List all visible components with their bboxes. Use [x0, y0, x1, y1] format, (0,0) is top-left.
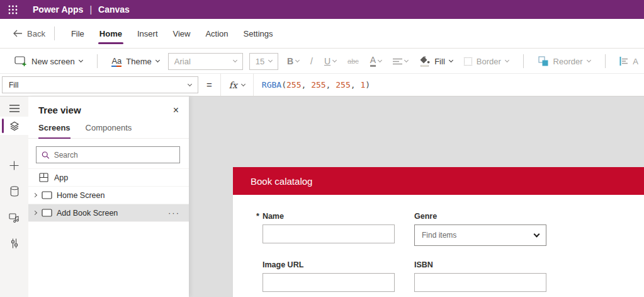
waffle-menu-icon[interactable] [8, 5, 18, 15]
rail-data-button[interactable] [0, 182, 28, 201]
tree-item-label: Home Screen [57, 191, 105, 200]
dropdown-placeholder: Find items [422, 231, 456, 240]
toolbar-divider [605, 54, 606, 68]
genre-dropdown[interactable]: Find items [414, 224, 546, 246]
formula-number: 255 [336, 80, 350, 90]
power-apps-studio: Power Apps | Canvas Back File Home Inser… [0, 0, 644, 297]
field-label-text: Name [263, 212, 284, 221]
align-left-icon [619, 57, 628, 66]
rail-advanced-tools-button[interactable] [0, 234, 28, 252]
tree-view-tabs: Screens Components [28, 118, 189, 139]
tab-components[interactable]: Components [86, 123, 132, 138]
strikethrough-button[interactable]: abc [342, 57, 364, 65]
menu-item-settings[interactable]: Settings [236, 19, 281, 48]
menu-bar: Back File Home Insert View Action Settin… [0, 19, 644, 49]
border-button[interactable]: Border [458, 52, 514, 71]
menu-item-insert[interactable]: Insert [130, 19, 166, 48]
back-button[interactable]: Back [13, 29, 45, 38]
tree-view-layers-icon [9, 121, 20, 131]
fx-button[interactable]: fx [220, 74, 254, 96]
formula-paren: ) [365, 80, 370, 90]
theme-button[interactable]: Aa Theme [106, 52, 164, 71]
more-options-icon[interactable]: ··· [168, 208, 180, 218]
app-title: Power Apps | Canvas [33, 4, 130, 15]
database-icon [10, 186, 19, 197]
tree-view-header: Tree view × [28, 96, 189, 118]
screen-icon [42, 191, 52, 199]
search-box[interactable] [36, 146, 180, 163]
tree-item-app[interactable]: App [28, 168, 189, 186]
tree-row-spacer [28, 221, 189, 239]
tab-screens[interactable]: Screens [38, 123, 71, 138]
image-url-input[interactable] [263, 273, 395, 292]
canvas-app-screen[interactable]: Book calatalog * Name Genre Find items [233, 167, 644, 297]
canvas-screen-header[interactable]: Book calatalog [233, 167, 644, 195]
formula-bar: Fill = fx RGBA(255, 255, 255, 1) [0, 74, 644, 96]
menu-item-view[interactable]: View [166, 19, 198, 48]
font-family-dropdown[interactable]: Arial [168, 53, 243, 70]
align-lines-icon [393, 58, 402, 65]
italic-button[interactable]: / [305, 56, 319, 66]
theme-label: Theme [126, 57, 151, 66]
bold-button[interactable]: B [281, 56, 305, 66]
formula-comma: , [301, 80, 311, 90]
chevron-down-icon [587, 58, 591, 62]
font-family-value: Arial [174, 57, 191, 66]
text-align-button[interactable] [387, 58, 414, 65]
font-color-button[interactable]: A [364, 55, 387, 67]
reorder-icon [538, 56, 549, 67]
name-input[interactable] [263, 224, 395, 243]
expand-chevron-icon[interactable] [33, 193, 37, 197]
field-image-url: Image URL [263, 260, 395, 292]
field-label-text: ISBN [414, 260, 433, 269]
close-icon[interactable]: × [173, 105, 179, 115]
font-size-dropdown[interactable]: 15 [249, 53, 278, 70]
tree-item-home-screen[interactable]: Home Screen [28, 186, 189, 204]
chevron-down-icon [241, 81, 246, 86]
new-screen-button[interactable]: New screen [9, 52, 88, 71]
menu-item-action[interactable]: Action [198, 19, 235, 48]
formula-number: 255 [286, 80, 301, 90]
fill-button[interactable]: Fill [414, 52, 458, 71]
app-header-bar: Power Apps | Canvas [0, 0, 644, 19]
field-name: * Name [256, 212, 388, 243]
field-isbn: ISBN [414, 260, 546, 292]
new-screen-icon [14, 56, 27, 66]
align-button[interactable]: A [614, 52, 644, 71]
app-name: Canvas [98, 4, 130, 15]
new-screen-label: New screen [31, 57, 75, 66]
menu-item-home[interactable]: Home [92, 19, 130, 48]
bold-icon: B [287, 56, 293, 66]
chevron-down-icon [188, 81, 192, 86]
chevron-down-icon [268, 58, 273, 62]
panel-title: Tree view [38, 105, 81, 115]
underline-button[interactable]: U [319, 56, 342, 66]
tree-item-add-book-screen[interactable]: Add Book Screen ··· [28, 204, 189, 221]
search-icon [42, 151, 50, 160]
back-arrow-icon [13, 30, 23, 37]
field-label: * Name [256, 212, 388, 221]
border-label: Border [477, 57, 501, 66]
plus-icon [9, 161, 19, 170]
reorder-button[interactable]: Reorder [533, 52, 596, 71]
screen-icon [42, 209, 52, 217]
rail-media-button[interactable] [0, 208, 28, 226]
rail-insert-button[interactable] [0, 156, 28, 175]
rail-tree-view-button[interactable] [0, 117, 28, 135]
field-genre: Genre Find items [414, 212, 546, 246]
chevron-down-icon [155, 58, 160, 62]
formula-input[interactable]: RGBA(255, 255, 255, 1) [262, 80, 370, 90]
property-dropdown[interactable]: Fill [2, 76, 198, 93]
rail-menu-button[interactable] [0, 99, 28, 117]
app-icon [39, 173, 48, 182]
field-label: ISBN [414, 260, 546, 269]
expand-chevron-icon[interactable] [33, 211, 37, 215]
search-input[interactable] [54, 151, 174, 160]
back-label: Back [27, 29, 45, 38]
menu-item-file[interactable]: File [64, 19, 92, 48]
equals-sign: = [206, 79, 212, 90]
reorder-label: Reorder [553, 57, 583, 66]
isbn-input[interactable] [414, 273, 546, 292]
chevron-down-icon [79, 58, 83, 62]
fill-label: Fill [434, 57, 445, 66]
